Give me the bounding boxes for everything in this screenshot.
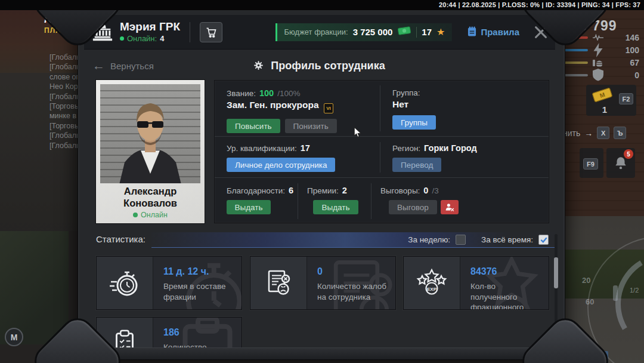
complaint-document-icon xyxy=(262,266,295,300)
info-row-awards: Благодарности: 6 Выдать Премии: 2 xyxy=(215,179,549,224)
hud-ticket-slot: M 1 F2 xyxy=(586,85,636,116)
rank-insignia-icon: VI xyxy=(324,103,333,113)
hud-keybind-hint: нить → X Ъ xyxy=(563,127,626,139)
card-icon-zone xyxy=(250,257,307,309)
panel-nav: ← Вернуться Профиль сотрудника xyxy=(84,54,555,81)
reprimand-label: Выговоры: xyxy=(380,186,420,195)
reprimand-cell: Выговоры: 0 /3 Выговор xyxy=(380,186,459,214)
thanks-label: Благодарности: xyxy=(227,186,285,195)
cell-divider xyxy=(380,85,380,131)
chat-line: [Глобальный] А xyxy=(49,53,79,62)
chat-line: [Глобальный] С xyxy=(49,92,79,101)
group-label: Группа: xyxy=(392,88,436,97)
stat-card-complaints: 0 Количество жалоб на сотрудника xyxy=(250,256,396,310)
employee-first-name: Александр xyxy=(124,186,177,198)
minimap-button: M xyxy=(5,328,23,346)
arrow-right-icon: → xyxy=(584,128,593,138)
qualification-value: 17 xyxy=(301,143,310,153)
scrollbar-thumb[interactable] xyxy=(554,257,558,288)
person-remove-icon xyxy=(445,202,454,212)
star-icon: ★ xyxy=(436,27,445,37)
budget-label: Бюджет фракции: xyxy=(284,27,348,36)
alltime-filter-label: За всё время: xyxy=(481,235,533,244)
employee-online-status: Онлайн xyxy=(133,211,168,219)
online-label: Онлайн: xyxy=(127,34,157,43)
rules-button[interactable]: Правила xyxy=(467,26,519,38)
chat-line: [Торговый] Том xyxy=(49,121,79,131)
rules-label: Правила xyxy=(481,27,519,37)
statistics-filter-bar: За неделю: За всё время: xyxy=(151,232,555,248)
card-icon-zone: EXP xyxy=(404,257,460,309)
ticket-count: 1 xyxy=(586,104,623,115)
cell-divider xyxy=(380,142,380,173)
fire-employee-button[interactable] xyxy=(441,200,459,214)
page-title-text: Профиль сотрудника xyxy=(271,60,385,72)
chat-line: [Глобальный] С xyxy=(49,141,79,150)
rank-label: Звание: xyxy=(227,89,256,98)
minimap-button-label: M xyxy=(11,333,18,342)
region-value: Горки Город xyxy=(424,143,477,153)
region-label: Регион: xyxy=(392,144,420,153)
budget-value: 3 725 000 xyxy=(353,27,393,37)
info-row-qualification-region: Ур. квалификации: 17 Личное дело сотрудн… xyxy=(215,137,549,178)
online-dot xyxy=(133,213,138,217)
gear-icon xyxy=(254,60,263,69)
reprimand-max: /3 xyxy=(432,186,438,195)
promote-button[interactable]: Повысить xyxy=(227,119,280,133)
armor-value: 0 xyxy=(634,70,642,80)
employee-photo-card: Александр Коновалов Онлайн xyxy=(96,80,205,223)
heartbeat-icon xyxy=(593,33,603,42)
ticket-icon: M xyxy=(591,87,614,105)
chat-line: [Глобальный] А xyxy=(49,62,79,72)
thanks-value: 6 xyxy=(289,186,293,195)
armor-bar xyxy=(563,74,588,76)
speedometer-tick: 20 xyxy=(582,276,590,285)
cart-icon xyxy=(205,26,217,38)
health-value: 146 xyxy=(626,33,642,42)
faction-menu-panel: Мэрия ГРК Онлайн: 4 Бюджет фракции: 3 72… xyxy=(78,4,565,360)
employee-last-name: Коновалов xyxy=(123,198,177,210)
faction-budget: Бюджет фракции: 3 725 000 17 ★ xyxy=(275,23,453,41)
alltime-filter-checkbox[interactable] xyxy=(538,235,549,245)
speedometer-tick: 60 xyxy=(586,297,594,306)
stat-card-faction-exp: EXP 84376 Кол-во полученного фракционног… xyxy=(403,256,549,310)
employee-portrait xyxy=(112,95,188,183)
hint-text: нить xyxy=(563,128,580,138)
group-value: Нет xyxy=(392,99,436,110)
rank-name: Зам. Ген. прокурора xyxy=(227,100,319,110)
chat-line: слове огонь и с xyxy=(49,72,79,82)
chat-line: минке в шопе xyxy=(49,111,79,121)
hud-armor-row: 0 xyxy=(563,69,642,81)
personal-file-button[interactable]: Личное дело сотрудника xyxy=(227,158,335,172)
wrench-icon xyxy=(613,285,618,301)
stat-value: 0 xyxy=(317,266,391,277)
hunger-bar xyxy=(563,61,588,64)
page-title: Профиль сотрудника xyxy=(84,60,555,72)
rank-cell: Звание: 100 /100% Зам. Ген. прокурора VI… xyxy=(227,88,337,133)
qualification-label: Ур. квалификации: xyxy=(227,144,297,153)
thanks-cell: Благодарности: 6 Выдать xyxy=(227,186,293,214)
cell-divider xyxy=(298,183,298,219)
groups-button[interactable]: Группы xyxy=(392,115,436,130)
give-thanks-button[interactable]: Выдать xyxy=(227,200,271,214)
transfer-button[interactable]: Перевод xyxy=(392,158,441,172)
shop-button[interactable] xyxy=(200,22,222,42)
hotkey-x: X xyxy=(597,127,609,139)
fuel-level-label: 1/2 xyxy=(630,287,639,294)
demote-button[interactable]: Понизить xyxy=(285,119,337,133)
reprimand-button[interactable]: Выговор xyxy=(389,200,437,214)
stat-card-time-in-faction: 11 д. 12 ч. Время в составе фракции xyxy=(96,256,242,310)
faction-online: Онлайн: 4 xyxy=(120,34,180,43)
faction-level-value: 17 xyxy=(422,27,432,37)
food-icon xyxy=(593,59,603,67)
stat-value: 84376 xyxy=(470,266,544,277)
hud-notifications: 5 xyxy=(606,148,635,178)
energy-value: 100 xyxy=(626,45,642,55)
week-filter-checkbox[interactable] xyxy=(456,235,466,245)
cell-divider xyxy=(371,183,371,219)
chat-line: [Глобальный] А xyxy=(49,131,79,140)
give-bonus-button[interactable]: Выдать xyxy=(313,200,358,214)
bonus-label: Премии: xyxy=(307,186,339,195)
budget-divider xyxy=(416,27,417,38)
bonus-cell: Премии: 2 Выдать xyxy=(307,186,358,214)
